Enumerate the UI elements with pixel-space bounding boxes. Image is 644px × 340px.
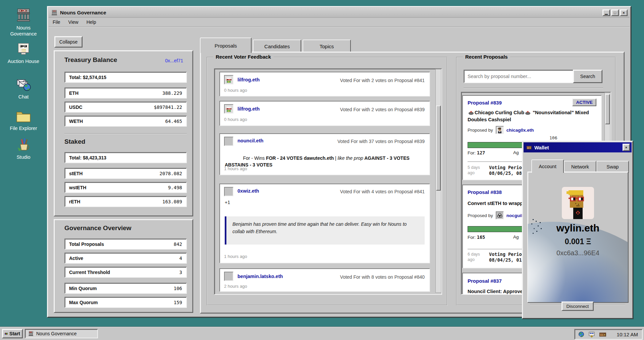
voter-name-link[interactable]: lilfrog.eth xyxy=(237,106,260,112)
taskbar: Start Nouns Governance xyxy=(0,327,644,340)
menu-file[interactable]: File xyxy=(49,18,64,26)
proposal-link[interactable]: Proposal #837 xyxy=(468,278,502,284)
treasury-row: USDC $897841.22 xyxy=(64,101,187,113)
scrollbar-thumb[interactable] xyxy=(436,106,441,191)
for-votes: For: 165 xyxy=(468,234,485,240)
taskbar-task-nouns-governance[interactable]: Nouns Governance xyxy=(25,329,98,338)
proposal-age: 5 days ago xyxy=(468,165,487,176)
governance-row: Active 4 xyxy=(64,253,187,264)
star-speckles xyxy=(533,219,534,220)
minimize-button[interactable]: ▁ xyxy=(602,9,610,16)
menu-help[interactable]: Help xyxy=(83,18,100,26)
vote-summary: Voted For with 37 votes on Proposal #839 xyxy=(337,139,425,144)
proposal-link[interactable]: Proposal #839 xyxy=(468,100,502,106)
system-tray: 10:12 AM xyxy=(574,329,643,340)
vote-summary: Voted For with 8 votes on Proposal #840 xyxy=(340,274,425,280)
noun-avatar-icon xyxy=(562,187,594,219)
voter-name-link[interactable]: benjamin.latsko.eth xyxy=(237,274,283,279)
feedback-timestamp: 1 hours ago xyxy=(224,166,247,171)
voter-name-link[interactable]: lilfrog.eth xyxy=(237,77,260,82)
wallet-address: 0xc6a3...96E4 xyxy=(528,249,628,257)
treasury-address-link[interactable]: 0x...ef71 xyxy=(165,58,183,63)
proposal-search-input[interactable] xyxy=(464,70,576,83)
proposals-group-title: Recent Proposals xyxy=(463,54,510,60)
curling-stone-icon xyxy=(525,111,531,115)
chat-envelopes-icon xyxy=(16,76,31,92)
feedback-timestamp: 0 hours ago xyxy=(224,88,247,93)
search-divider xyxy=(464,88,603,88)
network-globe-icon[interactable] xyxy=(578,331,584,337)
vote-summary: Voted For with 2 votes on Proposal #839 xyxy=(340,107,425,112)
desktop-icon-file-explorer[interactable]: File Explorer xyxy=(3,110,44,131)
desktop-icon-chat[interactable]: Chat xyxy=(3,76,44,100)
proposal-link[interactable]: Proposal #838 xyxy=(468,189,502,195)
paint-cup-icon xyxy=(16,137,31,152)
proposer-avatar-icon xyxy=(496,212,503,219)
staked-row: stETH 2078.082 xyxy=(64,168,187,179)
maximize-button[interactable]: □ xyxy=(611,9,619,16)
wallet-balance: 0.001 Ξ xyxy=(528,237,628,246)
wallet-tab-swap[interactable]: Swap xyxy=(596,161,629,173)
desktop-icon-label: Nouns Governance xyxy=(3,25,44,37)
desktop-icon-label: Studio xyxy=(3,154,44,160)
wallet-tab-network[interactable]: Network xyxy=(564,161,596,173)
tab-topics[interactable]: Topics xyxy=(303,40,351,53)
lilfrog-avatar-icon xyxy=(225,76,233,84)
proposer-link[interactable]: nocguil xyxy=(506,213,523,218)
desktop-icon-label: Chat xyxy=(3,94,44,100)
wallet-tab-account[interactable]: Account xyxy=(531,159,564,173)
desktop-icon-nouns-governance[interactable]: Nouns Governance xyxy=(3,7,44,37)
voter-name-link[interactable]: nouncil.eth xyxy=(237,138,263,143)
close-button[interactable]: × xyxy=(620,9,628,16)
proposer-avatar xyxy=(496,211,504,219)
wallet-window: Wallet × Account Network Swap xyxy=(522,141,633,319)
wallet-avatar xyxy=(562,187,594,219)
wallet-tray-icon[interactable] xyxy=(599,331,606,337)
proposed-by-row: Proposed by nocguil xyxy=(468,211,523,219)
for-votes: For: 127 xyxy=(468,150,485,155)
wallet-title: Wallet xyxy=(534,145,549,150)
proposed-by-row: Proposed by chicag0x.eth xyxy=(468,126,534,134)
close-icon[interactable]: × xyxy=(623,144,630,151)
feedback-group-title: Recent Voter Feedback xyxy=(213,54,273,60)
window-titlebar[interactable]: Nouns Governance ▁ □ × xyxy=(49,8,630,18)
wallet-titlebar[interactable]: Wallet × xyxy=(524,142,632,152)
search-button[interactable]: Search xyxy=(573,70,602,83)
menu-bar: File View Help xyxy=(49,18,630,27)
voter-avatar xyxy=(224,75,233,84)
tab-candidates[interactable]: Candidates xyxy=(253,40,301,53)
proposer-link[interactable]: chicag0x.eth xyxy=(506,128,534,133)
proposer-avatar-icon xyxy=(496,127,503,133)
section-divider xyxy=(64,133,187,134)
treasury-panel: Treasury Balance 0x...ef71 Total: $2,574… xyxy=(54,50,193,216)
voter-avatar xyxy=(224,104,233,114)
tab-proposals[interactable]: Proposals xyxy=(200,38,252,53)
quorum-threshold-label: 106 xyxy=(549,135,557,140)
menu-view[interactable]: View xyxy=(64,18,83,26)
feedback-timestamp: 2 hours ago xyxy=(224,284,247,289)
desktop-icon-studio[interactable]: Studio xyxy=(3,137,44,160)
scrollbar-thumb[interactable] xyxy=(605,94,610,124)
auction-card-icon xyxy=(16,42,31,56)
feedback-list: lilfrog.eth Voted For with 2 votes on Pr… xyxy=(214,68,442,295)
disconnect-button[interactable]: Disconnect xyxy=(561,301,594,311)
start-button[interactable]: Start xyxy=(2,329,23,338)
taskbar-clock: 10:12 AM xyxy=(617,332,638,337)
desktop-icon-auction-house[interactable]: Auction House xyxy=(3,42,44,64)
treasury-row: WETH 64.465 xyxy=(64,116,187,127)
feedback-scrollbar[interactable] xyxy=(435,69,441,293)
wallet-icon xyxy=(526,145,532,150)
governance-row: Total Proposals 842 xyxy=(64,239,187,250)
feedback-group: Recent Voter Feedback xyxy=(207,57,447,305)
against-votes: Ag xyxy=(513,234,519,240)
desktop-icon-label: File Explorer xyxy=(3,125,44,131)
bank-icon xyxy=(28,331,34,336)
voter-name-link[interactable]: 0xwiz.eth xyxy=(237,188,259,194)
desktop: Nouns Governance Auction House Chat xyxy=(0,0,644,340)
vote-comment: +1 xyxy=(225,199,425,206)
feedback-timestamp: 1 hours ago xyxy=(224,254,247,259)
card-tray-icon[interactable] xyxy=(588,331,595,337)
collapse-button[interactable]: Collapse xyxy=(54,36,83,48)
voter-avatar xyxy=(224,272,233,281)
folder-icon xyxy=(16,110,31,123)
